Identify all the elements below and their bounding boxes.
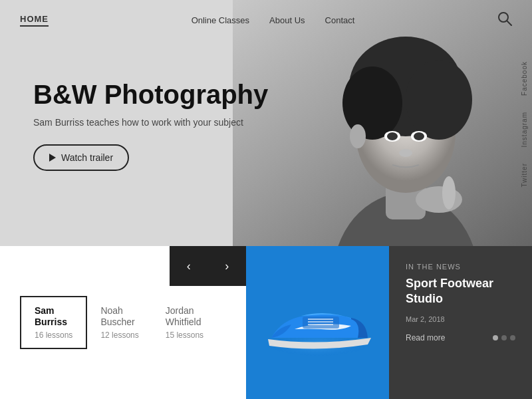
hero-content: B&W Photography Sam Burriss teaches how …	[33, 80, 268, 171]
news-date: Mar 2, 2018	[406, 315, 515, 323]
twitter-link[interactable]: Twitter	[517, 155, 532, 195]
nav-contact[interactable]: Contact	[325, 15, 355, 25]
dot-2[interactable]	[501, 335, 507, 340]
nav-online-classes[interactable]: Online Classes	[192, 15, 249, 25]
play-icon	[49, 154, 56, 162]
svg-point-12	[414, 132, 424, 140]
news-panel: In The News Sport Footwear Studio Mar 2,…	[389, 246, 532, 399]
instructor-name-0: SamBurriss	[35, 305, 72, 328]
prev-arrow-button[interactable]: ‹	[177, 253, 201, 280]
svg-point-10	[387, 132, 398, 140]
read-more-link[interactable]: Read more	[406, 333, 445, 342]
shoe-image	[255, 286, 381, 359]
next-arrow-button[interactable]: ›	[215, 253, 239, 280]
bottom-section: SamBurriss 16 lessons NoahBuscher 12 les…	[0, 246, 532, 399]
svg-rect-18	[303, 317, 339, 329]
hero-subtitle: Sam Burriss teaches how to work with you…	[33, 117, 268, 128]
instructor-lessons-1: 12 lessons	[100, 331, 138, 340]
product-panel	[246, 246, 389, 399]
svg-line-1	[507, 21, 511, 26]
carousel-nav: ‹ ›	[170, 246, 246, 286]
instructor-item-0[interactable]: SamBurriss 16 lessons	[20, 296, 87, 349]
instagram-link[interactable]: Instagram	[517, 104, 532, 155]
svg-point-14	[350, 124, 366, 148]
instructor-name-2: JordanWhitfield	[166, 305, 203, 328]
facebook-link[interactable]: Facebook	[517, 53, 532, 104]
dot-1[interactable]	[493, 335, 498, 340]
instructor-name-1: NoahBuscher	[100, 305, 138, 328]
nav-about-us[interactable]: About Us	[269, 15, 305, 25]
instructor-item-1[interactable]: NoahBuscher 12 lessons	[87, 297, 152, 348]
news-label: In The News	[406, 263, 515, 271]
search-icon[interactable]	[497, 11, 512, 29]
header: HOME Online Classes About Us Contact	[0, 0, 532, 40]
svg-point-13	[399, 149, 412, 157]
instructor-lessons-2: 15 lessons	[166, 331, 203, 340]
social-sidebar: Facebook Instagram Twitter	[517, 53, 532, 196]
instructor-item-2[interactable]: JordanWhitfield 15 lessons	[152, 297, 217, 348]
dot-3[interactable]	[510, 335, 515, 340]
watch-trailer-button[interactable]: Watch trailer	[33, 144, 129, 171]
carousel-dots	[493, 335, 515, 340]
main-nav: Online Classes About Us Contact	[192, 14, 355, 26]
instructor-lessons-0: 16 lessons	[35, 331, 72, 340]
news-footer: Read more	[406, 333, 515, 342]
logo[interactable]: HOME	[20, 14, 49, 27]
svg-point-8	[342, 66, 402, 140]
svg-point-16	[442, 176, 456, 209]
svg-point-7	[406, 60, 472, 140]
hero-title: B&W Photography	[33, 80, 268, 109]
news-title: Sport Footwear Studio	[406, 276, 515, 307]
watch-trailer-label: Watch trailer	[61, 152, 113, 163]
